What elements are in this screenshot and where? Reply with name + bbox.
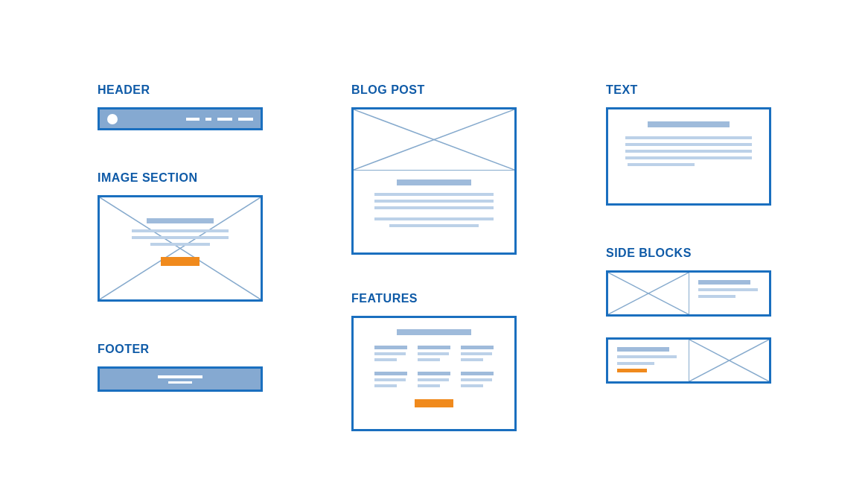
blog-post-section: BLOG POST xyxy=(351,83,517,255)
text-line xyxy=(374,200,494,203)
blog-post-label: BLOG POST xyxy=(351,83,517,97)
text-section: TEXT xyxy=(606,83,771,206)
text-placeholder xyxy=(689,273,769,314)
side-blocks-section: SIDE BLOCKS xyxy=(606,247,771,384)
header-label: HEADER xyxy=(98,83,263,97)
text-line xyxy=(625,143,752,146)
blog-post-wireframe xyxy=(351,107,517,255)
image-placeholder xyxy=(689,340,769,381)
text-line xyxy=(625,136,752,139)
footer-section: FOOTER xyxy=(98,343,263,392)
side-block-wireframe xyxy=(606,337,771,384)
logo-placeholder xyxy=(107,114,118,124)
features-label: FEATURES xyxy=(351,292,517,305)
accent-bar xyxy=(617,369,647,372)
image-section: IMAGE SECTION xyxy=(98,171,263,302)
nav-item xyxy=(186,118,200,121)
text-line xyxy=(132,236,229,239)
title-bar xyxy=(648,121,730,127)
features-section: FEATURES xyxy=(351,292,517,431)
text-wireframe xyxy=(606,107,771,206)
image-section-label: IMAGE SECTION xyxy=(98,171,263,185)
text-line xyxy=(625,150,752,153)
feature-column xyxy=(374,346,407,387)
footer-line xyxy=(168,381,192,384)
text-label: TEXT xyxy=(606,83,771,97)
image-placeholder xyxy=(354,109,514,171)
cta-button xyxy=(161,257,200,266)
text-line xyxy=(150,243,210,246)
text-placeholder xyxy=(608,340,689,381)
text-line xyxy=(132,229,229,232)
features-wireframe xyxy=(351,316,517,431)
header-section: HEADER xyxy=(98,83,263,130)
side-blocks-label: SIDE BLOCKS xyxy=(606,247,771,260)
footer-line xyxy=(158,375,202,378)
side-block-wireframe xyxy=(606,270,771,317)
text-line xyxy=(374,193,494,196)
feature-column xyxy=(418,346,450,387)
nav-item xyxy=(238,118,253,121)
cta-button xyxy=(415,399,453,407)
text-line xyxy=(374,217,494,220)
text-line xyxy=(628,163,695,166)
feature-column xyxy=(461,346,494,387)
nav-item xyxy=(205,118,211,121)
text-line xyxy=(374,206,494,209)
text-line xyxy=(389,224,479,227)
footer-wireframe xyxy=(98,366,263,392)
title-bar xyxy=(397,329,471,335)
nav-item xyxy=(217,118,232,121)
header-wireframe xyxy=(98,107,263,130)
footer-label: FOOTER xyxy=(98,343,263,356)
image-section-wireframe xyxy=(98,195,263,302)
nav-placeholder xyxy=(186,118,253,121)
title-bar xyxy=(147,218,214,223)
title-bar xyxy=(397,179,471,185)
text-line xyxy=(625,156,752,159)
image-placeholder xyxy=(608,273,689,314)
